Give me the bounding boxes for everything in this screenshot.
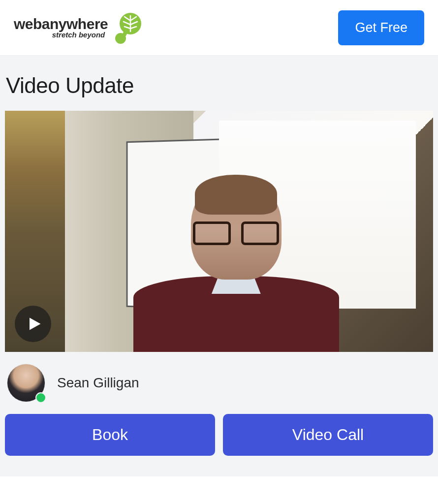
header: webanywhere stretch beyond Get Free [0,0,438,56]
action-row: Book Video Call [5,411,433,467]
play-button[interactable] [15,306,51,342]
author-name: Sean Gilligan [57,375,139,391]
book-button[interactable]: Book [5,414,215,456]
logo-text-block: webanywhere stretch beyond [14,17,108,39]
leaf-icon [110,10,145,45]
logo[interactable]: webanywhere stretch beyond [14,10,145,45]
video-thumbnail [5,111,433,352]
video-call-button[interactable]: Video Call [223,414,433,456]
play-icon [27,316,42,331]
page-title: Video Update [6,73,433,98]
video-player[interactable] [5,111,433,352]
get-free-button[interactable]: Get Free [338,10,424,45]
content: Video Update Sean Gilligan Book [0,56,438,476]
author-row: Sean Gilligan [5,352,433,411]
avatar-wrap[interactable] [7,364,45,402]
logo-brand: webanywhere [14,17,108,32]
presence-indicator [35,392,46,403]
